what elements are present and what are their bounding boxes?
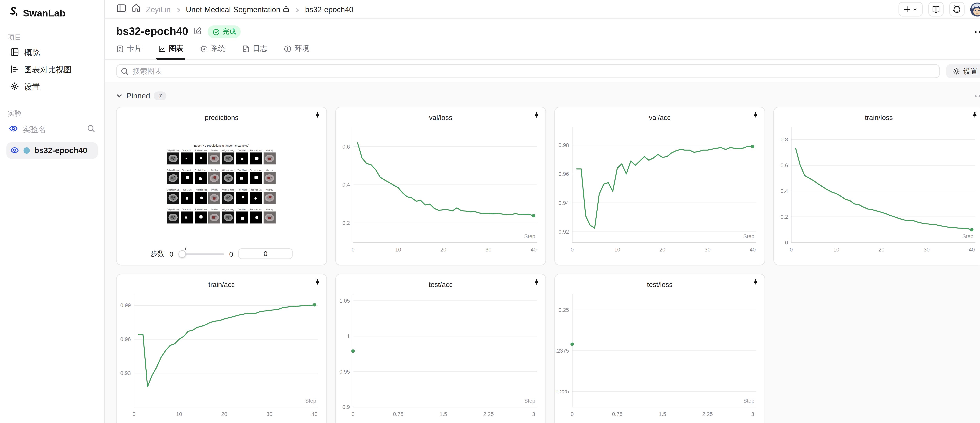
sidebar-item-label: 概览 [24,48,40,59]
chart-toolbar: 设置 [105,60,980,83]
svg-text:10: 10 [176,411,182,417]
chart-canvas[interactable]: 0.2250.23750.2500.751.52.253Step [555,290,765,423]
prediction-tile: Original Image [167,189,179,207]
tab-logs[interactable]: 日志 [242,44,267,59]
chart-card-train-loss[interactable]: train/loss00.20.40.60.8010203040Step [773,107,980,266]
svg-text:1: 1 [347,333,350,339]
github-button[interactable] [950,2,965,17]
new-run-button[interactable] [899,2,923,17]
chart-card-val-acc[interactable]: val/acc0.920.940.960.98010203040Step [554,107,765,266]
topbar: ZeyiLin Unet-Medical-Segmentation bs32-e… [105,0,980,19]
breadcrumb-user[interactable]: ZeyiLin [146,5,170,14]
sidebar-experiment-item[interactable]: bs32-epoch40 [6,142,98,159]
pin-icon[interactable] [313,111,321,119]
sidebar-item-overview[interactable]: 概览 [6,45,98,62]
svg-text:10: 10 [395,246,401,253]
tab-cards[interactable]: 卡片 [116,44,142,59]
search-icon [121,67,129,75]
chart-card-predictions[interactable]: predictionsEpoch 40 Predictions (Random … [116,107,327,266]
tab-environment[interactable]: 环境 [284,44,309,59]
chart-card-test-acc[interactable]: test/acc0.90.9511.0500.751.52.253Step [336,274,546,423]
svg-text:Step: Step [305,398,317,404]
status-text: 完成 [223,27,236,36]
chart-canvas[interactable]: 00.20.40.60.8010203040Step [774,123,980,260]
chart-card-train-acc[interactable]: train/acc0.930.960.99010203040Step [116,274,327,423]
sidebar-item-chart-compare[interactable]: 图表对比视图 [6,62,98,79]
github-icon [953,5,961,14]
pinned-more-button[interactable] [975,95,980,97]
chart-title: train/loss [774,114,980,121]
prediction-tile: Original Image [167,149,179,167]
prediction-tile: True Mask [236,169,248,187]
svg-text:10: 10 [614,246,620,253]
pin-icon[interactable] [752,111,759,119]
tab-charts[interactable]: 图表 [158,44,184,59]
chart-card-val-loss[interactable]: val/loss0.20.40.6010203040Step [336,107,546,266]
svg-text:20: 20 [221,411,228,417]
svg-text:Step: Step [963,233,974,239]
tab-system[interactable]: 系统 [200,44,226,59]
chart-card-test-loss[interactable]: test/loss0.2250.23750.2500.751.52.253Ste… [554,274,765,423]
pin-icon[interactable] [533,278,540,286]
experiment-section-label: 实验 [8,108,98,118]
run-more-button[interactable] [975,31,980,33]
svg-text:0.25: 0.25 [558,307,569,313]
step-slider-label: 步数 [150,249,164,259]
svg-text:0: 0 [571,246,573,253]
chevron-right-icon [176,3,181,15]
chart-canvas[interactable]: 0.930.960.99010203040Step [117,290,326,423]
docs-button[interactable] [929,2,944,17]
eye-icon[interactable] [9,125,18,134]
svg-text:40: 40 [750,246,756,253]
svg-text:Step: Step [743,233,754,239]
sidebar-item-settings[interactable]: 设置 [6,79,98,96]
chart-canvas[interactable]: 0.920.940.960.98010203040Step [555,123,765,260]
prediction-tile: Overlay [208,169,221,187]
svg-text:0: 0 [571,411,573,417]
pin-icon[interactable] [313,278,321,286]
slider-handle[interactable] [178,250,186,258]
pinned-section-header[interactable]: Pinned 7 [116,89,980,102]
avatar[interactable] [970,2,980,16]
edit-icon[interactable] [194,26,202,37]
svg-text:0.98: 0.98 [558,142,569,148]
log-file-icon [242,45,250,52]
prediction-tile: Predicted Mask [250,208,262,226]
chart-canvas[interactable]: 0.20.40.6010203040Step [336,123,546,260]
plus-icon [904,6,911,13]
breadcrumb-run[interactable]: bs32-epoch40 [305,5,353,14]
eye-icon[interactable] [10,145,19,156]
search-icon[interactable] [87,124,95,135]
experiment-filter[interactable]: 实验名 [6,122,98,137]
breadcrumb-project[interactable]: Unet-Medical-Segmentation [186,5,290,14]
chevron-down-icon [913,7,918,12]
svg-text:0.9: 0.9 [342,404,350,410]
home-icon[interactable] [132,3,141,15]
pin-icon[interactable] [971,111,978,119]
overview-grid-icon [10,48,19,59]
chart-title: val/acc [555,114,765,121]
svg-text:30: 30 [266,411,272,417]
chart-settings-button[interactable]: 设置 [946,64,980,78]
check-circle-icon [213,28,220,35]
slider-min-value: 0 [170,250,173,258]
svg-text:0: 0 [352,411,355,417]
pinned-cards-row-2: train/acc0.930.960.99010203040Steptest/a… [116,274,980,423]
step-number-input[interactable]: 0 [238,248,293,259]
step-slider[interactable] [178,250,224,258]
experiment-color-dot [24,147,30,154]
svg-text:0.99: 0.99 [120,302,131,309]
pin-icon[interactable] [752,278,759,286]
logo[interactable]: SwanLab [6,6,98,20]
chart-canvas[interactable]: 0.90.9511.0500.751.52.253Step [336,290,546,423]
pin-icon[interactable] [533,111,540,119]
svg-text:0.2: 0.2 [781,214,788,220]
prediction-tile: Original Image [222,208,234,226]
prediction-tile: Overlay [264,189,276,207]
experiment-name: bs32-epoch40 [34,146,87,155]
search-input[interactable] [116,64,940,78]
prediction-tile: Predicted Mask [195,149,207,167]
sidebar-toggle-icon[interactable] [116,3,126,16]
pinned-count-badge: 7 [154,92,166,100]
line-chart-icon [158,45,166,52]
